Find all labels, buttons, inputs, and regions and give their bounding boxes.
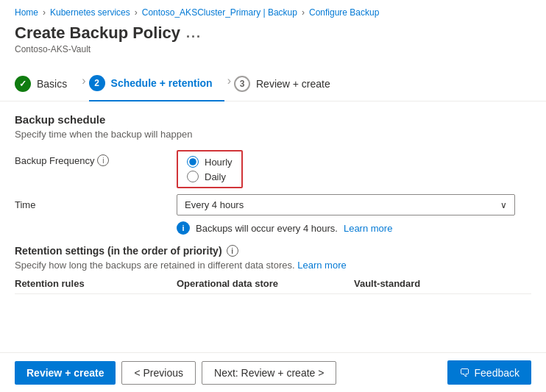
backup-schedule-desc: Specify time when the backup will happen: [15, 129, 531, 140]
info-bar: i Backups will occur every 4 hours. Lear…: [177, 221, 531, 235]
page-title-row: Create Backup Policy ...: [15, 24, 531, 43]
col-operational-store: Operational data store: [177, 278, 354, 289]
retention-info-icon[interactable]: i: [227, 245, 238, 257]
backup-frequency-label: Backup Frequency i: [15, 150, 177, 166]
info-bar-learn-more[interactable]: Learn more: [344, 223, 392, 234]
feedback-button[interactable]: 🗨 Feedback: [447, 360, 531, 385]
step-circle-review: 3: [234, 76, 250, 92]
page-title-more[interactable]: ...: [186, 26, 202, 41]
feedback-label: Feedback: [475, 367, 520, 379]
retention-table-header: Retention rules Operational data store V…: [15, 278, 531, 294]
breadcrumb-sep-3: ›: [302, 7, 305, 18]
wizard-step-review[interactable]: 3 Review + create: [234, 70, 342, 101]
breadcrumb-cluster[interactable]: Contoso_AKSCluster_Primary | Backup: [142, 7, 297, 18]
time-value: Every 4 hours: [185, 199, 244, 210]
wizard-steps: ✓ Basics › 2 Schedule + retention › 3 Re…: [0, 60, 546, 101]
step-sep-1: ›: [82, 74, 85, 88]
next-button[interactable]: Next: Review + create >: [202, 361, 336, 385]
wizard-step-basics[interactable]: ✓ Basics: [15, 70, 79, 101]
time-row: Time Every 4 hours ∨: [15, 194, 531, 215]
breadcrumb-home[interactable]: Home: [15, 7, 38, 18]
retention-title: Retention settings (in the order of prio…: [15, 245, 531, 257]
breadcrumb-sep-1: ›: [43, 7, 46, 18]
step-label-review: Review + create: [256, 78, 330, 90]
col-vault-standard: Vault-standard: [354, 278, 531, 289]
frequency-info-icon[interactable]: i: [97, 154, 109, 166]
wizard-step-schedule[interactable]: 2 Schedule + retention: [89, 69, 224, 101]
breadcrumb-configure[interactable]: Configure Backup: [309, 7, 379, 18]
page-header: Create Backup Policy ... Contoso-AKS-Vau…: [0, 22, 546, 60]
info-bar-icon: i: [177, 221, 190, 235]
breadcrumb-sep-2: ›: [135, 7, 138, 18]
frequency-options-box: Hourly Daily: [177, 150, 243, 188]
time-dropdown[interactable]: Every 4 hours ∨: [177, 194, 515, 215]
backup-frequency-row: Backup Frequency i Hourly Daily: [15, 150, 531, 188]
time-label: Time: [15, 199, 177, 210]
footer: Review + create < Previous Next: Review …: [0, 352, 546, 392]
step-label-basics: Basics: [37, 78, 67, 90]
retention-learn-more[interactable]: Learn more: [297, 260, 346, 271]
frequency-hourly-label: Hourly: [205, 157, 233, 168]
step-circle-schedule: 2: [89, 75, 105, 91]
retention-section: Retention settings (in the order of prio…: [15, 245, 531, 294]
frequency-daily-radio[interactable]: [187, 171, 199, 182]
feedback-icon: 🗨: [459, 366, 470, 379]
frequency-hourly-option[interactable]: Hourly: [187, 156, 233, 168]
frequency-hourly-radio[interactable]: [187, 156, 199, 168]
page-subtitle: Contoso-AKS-Vault: [15, 44, 531, 54]
frequency-daily-label: Daily: [205, 171, 226, 182]
info-bar-text: Backups will occur every 4 hours.: [196, 223, 338, 234]
step-label-schedule: Schedule + retention: [111, 77, 213, 89]
col-retention-rules: Retention rules: [15, 278, 177, 289]
review-create-button[interactable]: Review + create: [15, 361, 116, 385]
breadcrumb-kubernetes[interactable]: Kubernetes services: [50, 7, 130, 18]
previous-button[interactable]: < Previous: [121, 361, 196, 385]
backup-schedule-title: Backup schedule: [15, 113, 531, 126]
main-content: Backup schedule Specify time when the ba…: [0, 101, 546, 294]
step-sep-2: ›: [227, 74, 231, 88]
time-dropdown-chevron: ∨: [500, 200, 507, 210]
step-circle-basics: ✓: [15, 76, 31, 92]
backup-schedule-section: Backup schedule Specify time when the ba…: [15, 113, 531, 235]
retention-desc: Specify how long the backups are retaine…: [15, 260, 531, 271]
frequency-daily-option[interactable]: Daily: [187, 171, 233, 182]
page-title: Create Backup Policy: [15, 24, 180, 43]
breadcrumb: Home › Kubernetes services › Contoso_AKS…: [0, 0, 546, 22]
